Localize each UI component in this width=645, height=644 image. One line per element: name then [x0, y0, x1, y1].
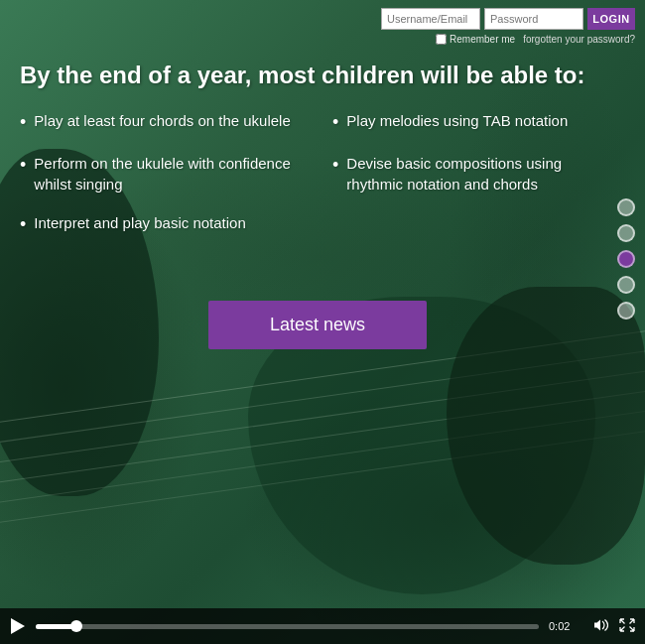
- remember-text: Remember me: [450, 34, 515, 45]
- page-headline: By the end of a year, most children will…: [20, 60, 615, 90]
- play-button[interactable]: [10, 618, 26, 634]
- bullet-col-left: • Play at least four chords on the ukule…: [20, 110, 303, 255]
- login-row: LOGIN: [381, 8, 635, 30]
- forgot-password-link[interactable]: forgotten your password?: [523, 34, 635, 45]
- bullet-text-1: Play at least four chords on the ukulele: [34, 110, 291, 131]
- nav-dot-1[interactable]: [617, 198, 635, 216]
- bullet-dot-3: •: [20, 212, 26, 237]
- nav-dot-2[interactable]: [617, 224, 635, 242]
- time-display: 0:02: [549, 620, 583, 632]
- fullscreen-icon[interactable]: [619, 618, 635, 635]
- login-links-row: Remember me forgotten your password?: [436, 34, 635, 45]
- progress-handle[interactable]: [70, 620, 82, 632]
- latest-news-button[interactable]: Latest news: [208, 301, 427, 349]
- bullet-text-4: Play melodies using TAB notation: [346, 110, 568, 131]
- cta-wrapper: Latest news: [20, 281, 615, 349]
- progress-bar[interactable]: [36, 624, 539, 629]
- bullet-item: • Devise basic compositions using rhythm…: [332, 153, 615, 194]
- bullet-text-3: Interpret and play basic notation: [34, 212, 245, 233]
- bullet-item: • Perform on the ukulele with confidence…: [20, 153, 303, 194]
- login-button[interactable]: LOGIN: [587, 8, 635, 30]
- bullet-columns: • Play at least four chords on the ukule…: [20, 110, 615, 255]
- nav-dot-3[interactable]: [617, 250, 635, 268]
- bullet-text-2: Perform on the ukulele with confidence w…: [34, 153, 303, 194]
- bullet-text-5: Devise basic compositions using rhythmic…: [346, 153, 615, 194]
- bullet-col-right: • Play melodies using TAB notation • Dev…: [332, 110, 615, 255]
- bullet-dot-1: •: [20, 110, 26, 135]
- nav-dot-5[interactable]: [617, 302, 635, 320]
- video-bar: 0:02: [0, 608, 645, 644]
- bullet-item: • Play melodies using TAB notation: [332, 110, 615, 135]
- login-area: LOGIN Remember me forgotten your passwor…: [381, 8, 635, 45]
- volume-icon[interactable]: [593, 618, 609, 635]
- bullet-dot-4: •: [332, 110, 338, 135]
- username-input[interactable]: [381, 8, 480, 30]
- remember-me-label[interactable]: Remember me: [436, 34, 515, 45]
- password-input[interactable]: [484, 8, 583, 30]
- bullet-item: • Play at least four chords on the ukule…: [20, 110, 303, 135]
- bullet-item: • Interpret and play basic notation: [20, 212, 303, 237]
- remember-checkbox[interactable]: [436, 34, 447, 45]
- nav-dots: [617, 198, 635, 320]
- bullet-dot-2: •: [20, 153, 26, 178]
- bullet-dot-5: •: [332, 153, 338, 178]
- nav-dot-4[interactable]: [617, 276, 635, 294]
- main-content: By the end of a year, most children will…: [20, 60, 615, 349]
- play-icon: [11, 618, 25, 634]
